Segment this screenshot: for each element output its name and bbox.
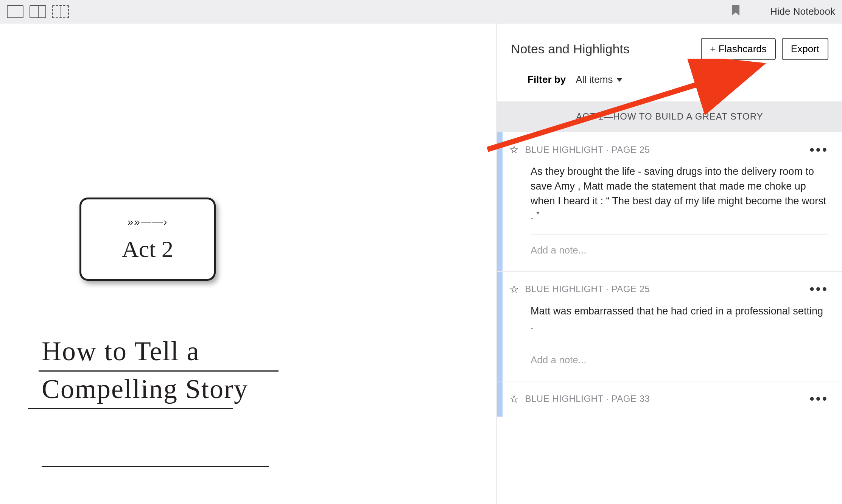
highlight-color-stripe: [497, 272, 503, 381]
title-line-1: How to Tell a: [42, 334, 248, 372]
highlight-color-stripe: [497, 132, 503, 271]
add-note-input[interactable]: Add a note...: [509, 344, 828, 370]
highlight-item[interactable]: ☆ BLUE HIGHLIGHT · PAGE 25 ••• As they b…: [497, 132, 842, 271]
highlight-meta: BLUE HIGHLIGHT · PAGE 25: [525, 145, 804, 155]
highlight-text: As they brought the life - saving drugs …: [509, 156, 828, 234]
fit-page-icon[interactable]: [52, 5, 69, 18]
panel-header: Notes and Highlights + Flashcards Export…: [497, 23, 842, 101]
two-page-icon[interactable]: [30, 5, 46, 18]
highlight-item[interactable]: ☆ BLUE HIGHLIGHT · PAGE 25 ••• Matt was …: [497, 271, 842, 381]
highlights-list: ☆ BLUE HIGHLIGHT · PAGE 25 ••• As they b…: [497, 132, 842, 504]
single-page-icon[interactable]: [7, 5, 23, 18]
more-icon[interactable]: •••: [809, 397, 828, 401]
more-icon[interactable]: •••: [809, 287, 828, 291]
decorative-arrow-icon: »»——›: [128, 216, 168, 228]
highlight-meta: BLUE HIGHLIGHT · PAGE 25: [525, 284, 804, 294]
panel-title: Notes and Highlights: [511, 42, 630, 56]
decorative-rule: [42, 466, 269, 467]
act-card: »»——› Act 2: [79, 198, 216, 281]
act-label: Act 2: [122, 236, 173, 263]
highlight-color-stripe: [497, 381, 503, 417]
reader-pane: »»——› Act 2 How to Tell a Compelling Sto…: [0, 23, 496, 504]
filter-dropdown[interactable]: All items: [576, 74, 623, 86]
chevron-down-icon: [616, 78, 623, 82]
add-note-input[interactable]: Add a note...: [509, 235, 828, 260]
filter-label: Filter by: [528, 74, 566, 86]
main-area: »»——› Act 2 How to Tell a Compelling Sto…: [0, 23, 842, 504]
flashcards-button[interactable]: + Flashcards: [701, 38, 776, 60]
section-header: ACT 1—HOW TO BUILD A GREAT STORY: [497, 101, 842, 132]
filter-value-text: All items: [576, 74, 613, 86]
highlight-text: Matt was embarrassed that he had cried i…: [509, 296, 828, 344]
top-toolbar: Hide Notebook: [0, 0, 842, 23]
title-line-2: Compelling Story: [42, 372, 248, 409]
more-icon[interactable]: •••: [809, 148, 828, 152]
star-icon[interactable]: ☆: [509, 143, 519, 156]
notebook-panel: Notes and Highlights + Flashcards Export…: [496, 23, 842, 504]
view-mode-group: [7, 5, 69, 18]
export-button[interactable]: Export: [782, 38, 828, 60]
highlight-item[interactable]: ☆ BLUE HIGHLIGHT · PAGE 33 •••: [497, 381, 842, 417]
bookmark-icon[interactable]: [731, 5, 740, 19]
filter-row: Filter by All items: [511, 60, 828, 93]
star-icon[interactable]: ☆: [509, 283, 519, 296]
star-icon[interactable]: ☆: [509, 393, 519, 405]
book-title: How to Tell a Compelling Story: [42, 334, 248, 409]
hide-notebook-button[interactable]: Hide Notebook: [770, 6, 835, 17]
highlight-meta: BLUE HIGHLIGHT · PAGE 33: [525, 394, 804, 404]
